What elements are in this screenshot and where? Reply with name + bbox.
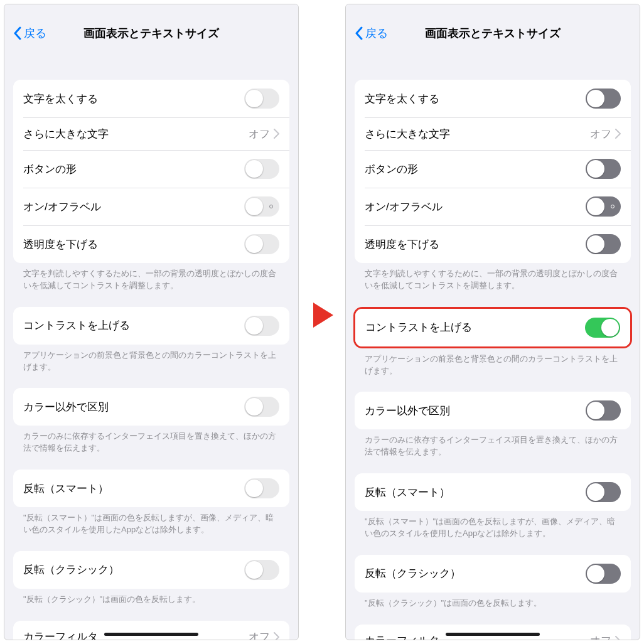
value-text: オフ xyxy=(249,127,270,141)
toggle-differentiate[interactable] xyxy=(244,397,279,417)
row-label: オン/オフラベル xyxy=(365,200,443,214)
row-button-shapes[interactable]: ボタンの形 xyxy=(13,150,289,188)
settings-content: 文字を太くする さらに大きな文字 オフ ボタンの形 オン/オフラベル xyxy=(346,62,640,640)
row-differentiate[interactable]: カラー以外で区別 xyxy=(13,388,289,426)
home-indicator[interactable] xyxy=(104,633,198,636)
footer-increase-contrast: アプリケーションの前景色と背景色との間のカラーコントラストを上げます。 xyxy=(355,348,631,377)
group-increase-contrast: コントラストを上げる xyxy=(13,307,289,345)
back-button[interactable]: 戻る xyxy=(355,26,388,41)
row-reduce-transparency[interactable]: 透明度を下げる xyxy=(355,225,631,263)
row-label: カラー以外で区別 xyxy=(365,404,450,418)
row-reduce-transparency[interactable]: 透明度を下げる xyxy=(13,225,289,263)
row-label: さらに大きな文字 xyxy=(23,127,109,141)
arrow-icon xyxy=(312,301,335,331)
row-label: カラーフィルタ xyxy=(23,630,98,640)
row-differentiate[interactable]: カラー以外で区別 xyxy=(355,392,631,429)
row-label: カラーフィルタ xyxy=(365,633,439,640)
back-label: 戻る xyxy=(24,26,46,41)
value-text: オフ xyxy=(590,633,611,640)
footer-smart-invert: "反転（スマート）"は画面の色を反転しますが、画像、メディア、暗い色のスタイルを… xyxy=(13,507,289,536)
footer-classic-invert: "反転（クラシック）"は画面の色を反転します。 xyxy=(13,589,289,606)
footer-smart-invert: "反転（スマート）"は画面の色を反転しますが、画像、メディア、暗い色のスタイルを… xyxy=(355,511,631,540)
toggle-reduce-transparency[interactable] xyxy=(244,234,279,254)
row-label: ボタンの形 xyxy=(365,162,418,176)
row-color-filters[interactable]: カラーフィルタ オフ xyxy=(13,621,289,640)
row-increase-contrast[interactable]: コントラストを上げる xyxy=(355,309,630,346)
row-smart-invert[interactable]: 反転（スマート） xyxy=(13,470,289,507)
group-classic-invert: 反転（クラシック） xyxy=(13,551,289,589)
toggle-increase-contrast[interactable] xyxy=(244,316,279,336)
home-indicator[interactable] xyxy=(446,633,540,636)
group-smart-invert: 反転（スマート） xyxy=(13,470,289,507)
footer-increase-contrast: アプリケーションの前景色と背景色との間のカラーコントラストを上げます。 xyxy=(13,345,289,373)
toggle-bold-text[interactable] xyxy=(244,89,279,109)
chevron-right-icon xyxy=(274,129,279,139)
group-classic-invert: 反転（クラシック） xyxy=(355,555,631,593)
row-bold-text[interactable]: 文字を太くする xyxy=(13,80,289,117)
group-color-filters: カラーフィルタ オフ xyxy=(355,625,631,640)
toggle-differentiate[interactable] xyxy=(586,400,621,421)
chevron-right-icon xyxy=(615,636,621,640)
row-label: さらに大きな文字 xyxy=(365,127,450,141)
row-classic-invert[interactable]: 反転（クラシック） xyxy=(13,551,289,589)
chevron-right-icon xyxy=(615,129,621,139)
toggle-bold-text[interactable] xyxy=(586,89,621,109)
group-text-display: 文字を太くする さらに大きな文字 オフ ボタンの形 オン/オフラベル xyxy=(355,80,631,263)
row-on-off-labels[interactable]: オン/オフラベル xyxy=(13,188,289,225)
row-bold-text[interactable]: 文字を太くする xyxy=(355,80,631,117)
row-larger-text[interactable]: さらに大きな文字 オフ xyxy=(13,117,289,150)
navbar: 戻る 画面表示とテキストサイズ xyxy=(346,4,640,62)
row-label: 反転（スマート） xyxy=(365,485,450,500)
toggle-button-shapes[interactable] xyxy=(244,159,279,179)
toggle-on-off-labels[interactable] xyxy=(586,196,621,217)
toggle-classic-invert[interactable] xyxy=(244,560,279,580)
row-color-filters[interactable]: カラーフィルタ オフ xyxy=(355,625,631,640)
row-label: コントラストを上げる xyxy=(23,318,130,333)
row-label: 反転（スマート） xyxy=(23,481,109,496)
row-label: 文字を太くする xyxy=(23,92,98,106)
row-classic-invert[interactable]: 反転（クラシック） xyxy=(355,555,631,593)
group-text-display: 文字を太くする さらに大きな文字 オフ ボタンの形 オン/オフラベル xyxy=(13,80,289,263)
toggle-button-shapes[interactable] xyxy=(586,159,621,179)
group-color-filters: カラーフィルタ オフ xyxy=(13,621,289,640)
row-label: ボタンの形 xyxy=(23,162,77,176)
group-increase-contrast: コントラストを上げる xyxy=(355,309,630,346)
row-larger-text[interactable]: さらに大きな文字 オフ xyxy=(355,117,631,150)
row-label: 反転（クラシック） xyxy=(23,562,119,577)
toggle-on-off-labels[interactable] xyxy=(244,196,279,217)
value-text: オフ xyxy=(590,127,611,141)
page-title: 画面表示とテキストサイズ xyxy=(425,26,561,41)
settings-content: 文字を太くする さらに大きな文字 オフ ボタンの形 オン/オフラベル xyxy=(4,62,298,640)
row-label: コントラストを上げる xyxy=(365,320,472,335)
chevron-right-icon xyxy=(274,632,279,640)
footer-classic-invert: "反転（クラシック）"は画面の色を反転します。 xyxy=(355,593,631,609)
row-label: オン/オフラベル xyxy=(23,200,101,214)
row-smart-invert[interactable]: 反転（スマート） xyxy=(355,473,631,511)
toggle-smart-invert[interactable] xyxy=(586,482,621,502)
row-label: 文字を太くする xyxy=(365,92,439,106)
back-label: 戻る xyxy=(365,26,388,41)
group-smart-invert: 反転（スマート） xyxy=(355,473,631,511)
toggle-increase-contrast[interactable] xyxy=(585,318,620,338)
footer-reduce-transparency: 文字を判読しやすくするために、一部の背景の透明度とぼかしの度合いを低減してコント… xyxy=(355,263,631,292)
row-label: カラー以外で区別 xyxy=(23,400,109,414)
row-label: 透明度を下げる xyxy=(365,237,439,252)
phone-after: 戻る 画面表示とテキストサイズ 文字を太くする さらに大きな文字 オフ xyxy=(345,4,640,640)
footer-reduce-transparency: 文字を判読しやすくするために、一部の背景の透明度とぼかしの度合いを低減してコント… xyxy=(13,263,289,292)
phone-before: 戻る 画面表示とテキストサイズ 文字を太くする さらに大きな文字 オフ xyxy=(4,4,299,640)
row-on-off-labels[interactable]: オン/オフラベル xyxy=(355,188,631,225)
toggle-reduce-transparency[interactable] xyxy=(586,234,621,254)
highlight-box: コントラストを上げる xyxy=(353,307,632,348)
toggle-smart-invert[interactable] xyxy=(244,478,279,498)
navbar: 戻る 画面表示とテキストサイズ xyxy=(4,4,298,62)
row-label: 透明度を下げる xyxy=(23,237,98,252)
value-text: オフ xyxy=(249,630,270,640)
row-increase-contrast[interactable]: コントラストを上げる xyxy=(13,307,289,345)
footer-differentiate: カラーのみに依存するインターフェイス項目を置き換えて、ほかの方法で情報を伝えます… xyxy=(13,426,289,454)
group-differentiate: カラー以外で区別 xyxy=(355,392,631,429)
toggle-classic-invert[interactable] xyxy=(586,564,621,584)
back-button[interactable]: 戻る xyxy=(13,26,46,41)
chevron-left-icon xyxy=(355,26,363,40)
chevron-left-icon xyxy=(13,26,21,40)
row-button-shapes[interactable]: ボタンの形 xyxy=(355,150,631,188)
